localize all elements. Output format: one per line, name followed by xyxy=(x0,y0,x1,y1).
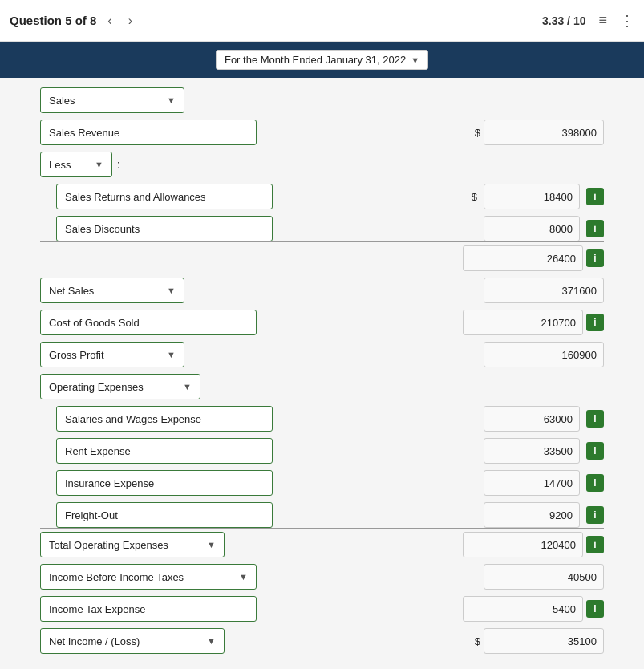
chevron-down-icon: ▼ xyxy=(183,382,192,391)
chevron-down-icon: ▼ xyxy=(239,572,248,582)
freight-value[interactable]: 9200 xyxy=(484,502,580,528)
insurance-value[interactable]: 14700 xyxy=(484,470,580,496)
net-sales-row: Net Sales ▼ 371600 xyxy=(40,278,604,303)
sales-discounts-info-button[interactable]: i xyxy=(586,220,604,237)
chevron-down-icon: ▼ xyxy=(95,160,103,169)
less-dropdown[interactable]: Less ▼ xyxy=(40,152,112,177)
salaries-row: Salaries and Wages Expense 63000 i xyxy=(40,406,604,432)
gross-profit-value[interactable]: 160900 xyxy=(484,342,604,367)
cogs-value[interactable]: 210700 xyxy=(463,310,583,335)
sales-revenue-field: Sales Revenue xyxy=(40,120,257,145)
gross-profit-dropdown[interactable]: Gross Profit ▼ xyxy=(40,342,184,367)
rent-row: Rent Expense 33500 i xyxy=(40,438,604,464)
salaries-info-button[interactable]: i xyxy=(586,410,604,428)
next-button[interactable]: › xyxy=(124,12,137,30)
net-sales-dropdown[interactable]: Net Sales ▼ xyxy=(40,278,184,303)
rent-field: Rent Expense xyxy=(56,438,273,464)
net-sales-value[interactable]: 371600 xyxy=(484,278,604,303)
income-tax-info-button[interactable]: i xyxy=(586,600,604,618)
income-before-tax-row: Income Before Income Taxes ▼ 40500 xyxy=(40,564,604,590)
chevron-down-icon: ▼ xyxy=(167,286,176,295)
subtotal-value[interactable]: 26400 xyxy=(463,245,583,271)
dollar-sign: $ xyxy=(475,127,480,139)
sales-row: Sales ▼ xyxy=(40,87,604,113)
income-tax-row: Income Tax Expense 5400 i xyxy=(40,596,604,622)
list-icon-button[interactable]: ≡ xyxy=(598,12,607,29)
sales-returns-row: Sales Returns and Allowances $ 18400 i xyxy=(40,184,604,209)
less-row: Less ▼ : xyxy=(40,152,604,177)
sales-revenue-value[interactable]: 398000 xyxy=(484,120,604,145)
net-income-row: Net Income / (Loss) ▼ $ 35100 xyxy=(40,628,604,654)
total-operating-row: Total Operating Expenses ▼ 120400 i xyxy=(40,532,604,558)
chevron-down-icon: ▼ xyxy=(411,55,419,65)
score-section: 3.33 / 10 ≡ ⋮ xyxy=(542,12,634,30)
sales-discounts-value[interactable]: 8000 xyxy=(484,216,580,241)
sales-returns-value[interactable]: 18400 xyxy=(484,184,580,209)
insurance-row: Insurance Expense 14700 i xyxy=(40,470,604,496)
income-tax-value[interactable]: 5400 xyxy=(463,596,583,622)
gross-profit-row: Gross Profit ▼ 160900 xyxy=(40,342,604,367)
income-tax-field: Income Tax Expense xyxy=(40,596,257,622)
month-dropdown[interactable]: For the Month Ended January 31, 2022 ▼ xyxy=(216,50,428,70)
income-before-tax-dropdown[interactable]: Income Before Income Taxes ▼ xyxy=(40,564,257,590)
rent-value[interactable]: 33500 xyxy=(484,438,580,464)
month-label: For the Month Ended January 31, 2022 xyxy=(225,54,406,66)
content-area: For the Month Ended January 31, 2022 ▼ S… xyxy=(0,42,644,669)
sales-dropdown[interactable]: Sales ▼ xyxy=(40,87,184,113)
dollar-sign: $ xyxy=(472,191,477,203)
sales-returns-info-button[interactable]: i xyxy=(586,188,604,205)
income-before-tax-value[interactable]: 40500 xyxy=(484,564,604,590)
cogs-field: Cost of Goods Sold xyxy=(40,310,257,335)
sales-discounts-row: Sales Discounts 8000 i xyxy=(40,216,604,242)
nav-section: Question 5 of 8 ‹ › xyxy=(10,12,137,30)
salaries-field: Salaries and Wages Expense xyxy=(56,406,273,432)
subtotal-row: 26400 i xyxy=(40,245,604,271)
sales-returns-field: Sales Returns and Allowances xyxy=(56,184,273,209)
freight-field: Freight-Out xyxy=(56,502,273,528)
insurance-info-button[interactable]: i xyxy=(586,474,604,492)
total-operating-dropdown[interactable]: Total Operating Expenses ▼ xyxy=(40,532,225,558)
dollar-sign: $ xyxy=(475,635,480,647)
chevron-down-icon: ▼ xyxy=(207,540,216,549)
freight-info-button[interactable]: i xyxy=(586,506,604,524)
blue-header: For the Month Ended January 31, 2022 ▼ xyxy=(0,42,644,78)
chevron-down-icon: ▼ xyxy=(207,636,216,646)
prev-button[interactable]: ‹ xyxy=(103,12,116,30)
score-label: 3.33 / 10 xyxy=(542,14,586,27)
cogs-row: Cost of Goods Sold 210700 i xyxy=(40,310,604,335)
question-label: Question 5 of 8 xyxy=(10,14,96,27)
sales-discounts-field: Sales Discounts xyxy=(56,216,273,241)
salaries-value[interactable]: 63000 xyxy=(484,406,580,432)
colon: : xyxy=(117,158,120,171)
cogs-info-button[interactable]: i xyxy=(586,314,604,331)
net-income-value[interactable]: 35100 xyxy=(484,628,604,654)
total-operating-info-button[interactable]: i xyxy=(586,536,604,553)
more-icon-button[interactable]: ⋮ xyxy=(620,12,634,30)
operating-expenses-dropdown[interactable]: Operating Expenses ▼ xyxy=(40,374,200,399)
rent-info-button[interactable]: i xyxy=(586,442,604,460)
operating-expenses-row: Operating Expenses ▼ xyxy=(40,374,604,399)
freight-row: Freight-Out 9200 i xyxy=(40,502,604,529)
sales-revenue-row: Sales Revenue $ 398000 xyxy=(40,120,604,145)
total-operating-value[interactable]: 120400 xyxy=(463,532,583,558)
insurance-field: Insurance Expense xyxy=(56,470,273,496)
subtotal-info-button[interactable]: i xyxy=(586,249,604,267)
form-area: Sales ▼ Sales Revenue $ 398000 Less ▼ : xyxy=(0,87,644,654)
chevron-down-icon: ▼ xyxy=(167,95,176,105)
net-income-dropdown[interactable]: Net Income / (Loss) ▼ xyxy=(40,628,225,654)
chevron-down-icon: ▼ xyxy=(167,350,176,359)
top-bar: Question 5 of 8 ‹ › 3.33 / 10 ≡ ⋮ xyxy=(0,0,644,42)
